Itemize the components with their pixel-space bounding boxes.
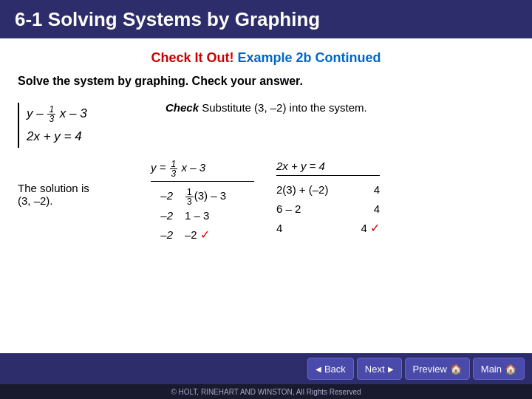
- right-row-3: 4 4 ✓: [276, 218, 380, 238]
- system-equations: y – 1 3 x – 3 2x + y = 4: [18, 103, 166, 148]
- header-title: 6-1 Solving Systems by Graphing: [15, 8, 320, 31]
- solution-text-line2: (3, –2).: [18, 194, 136, 207]
- next-label: Next: [365, 364, 385, 375]
- right-row-2: 6 – 2 4: [276, 200, 380, 219]
- content-area: Check It Out! Example 2b Continued Solve…: [0, 38, 532, 353]
- left-row-2: –2 1 – 3: [151, 206, 254, 225]
- checkmark-right: ✓: [370, 222, 380, 234]
- right-row-1: 2(3) + (–2) 4: [276, 180, 380, 200]
- back-label: Back: [324, 364, 346, 375]
- solution-label: The solution is (3, –2).: [18, 160, 136, 245]
- solve-instruction: Solve the system by graphing. Check your…: [18, 75, 514, 88]
- example-label: Example 2b Continued: [238, 50, 381, 65]
- check-description: Substitute (3, –2) into the system.: [202, 101, 366, 114]
- middle-section: The solution is (3, –2). y = 1 3 x – 3: [18, 160, 514, 245]
- back-button[interactable]: ◀ Back: [307, 358, 354, 380]
- section-title: Check It Out! Example 2b Continued: [18, 50, 514, 66]
- left-verify-table: y = 1 3 x – 3 –2 1 3 (3) –: [151, 160, 254, 245]
- verification-tables: y = 1 3 x – 3 –2 1 3 (3) –: [151, 160, 514, 245]
- two-column-section: y – 1 3 x – 3 2x + y = 4 Check Substitut…: [18, 100, 514, 148]
- fraction-1-3: 1 3: [47, 105, 55, 123]
- next-arrow-icon: ▶: [388, 365, 394, 373]
- check-word: Check: [166, 101, 199, 114]
- back-arrow-icon: ◀: [316, 365, 321, 373]
- footer: © HOLT, RINEHART AND WINSTON, All Rights…: [0, 384, 532, 399]
- check-column: Check Substitute (3, –2) into the system…: [166, 100, 514, 148]
- left-verify-header: y = 1 3 x – 3: [151, 160, 254, 182]
- check-text: Check Substitute (3, –2) into the system…: [166, 100, 514, 117]
- check-it-out-label: Check It Out!: [151, 50, 233, 65]
- left-row-1: –2 1 3 (3) – 3: [151, 186, 254, 206]
- equation-2: 2x + y = 4: [27, 126, 166, 149]
- main-label: Main: [481, 364, 502, 375]
- preview-button[interactable]: Preview 🏠: [405, 358, 470, 380]
- solution-text-line1: The solution is: [18, 182, 136, 194]
- main-content: Check It Out! Example 2b Continued Solve…: [0, 38, 532, 399]
- right-verify-header: 2x + y = 4: [276, 160, 380, 176]
- checkmark-left: ✓: [200, 228, 210, 241]
- navigation-toolbar: ◀ Back Next ▶ Preview 🏠 Main 🏠: [0, 353, 532, 384]
- footer-text: © HOLT, RINEHART AND WINSTON, All Rights…: [171, 388, 361, 396]
- main-home-icon: 🏠: [505, 364, 516, 375]
- equation-1: y – 1 3 x – 3: [27, 103, 166, 126]
- preview-label: Preview: [413, 364, 447, 375]
- page-header: 6-1 Solving Systems by Graphing: [0, 0, 532, 38]
- frac-header: 1 3: [170, 160, 178, 178]
- left-row-3: –2 –2 ✓: [151, 225, 254, 245]
- next-button[interactable]: Next ▶: [357, 358, 402, 380]
- right-verify-table: 2x + y = 4 2(3) + (–2) 4 6 – 2 4 4 4 ✓: [276, 160, 380, 245]
- equations-column: y – 1 3 x – 3 2x + y = 4: [18, 100, 166, 148]
- main-button[interactable]: Main 🏠: [473, 358, 525, 380]
- preview-home-icon: 🏠: [450, 364, 462, 375]
